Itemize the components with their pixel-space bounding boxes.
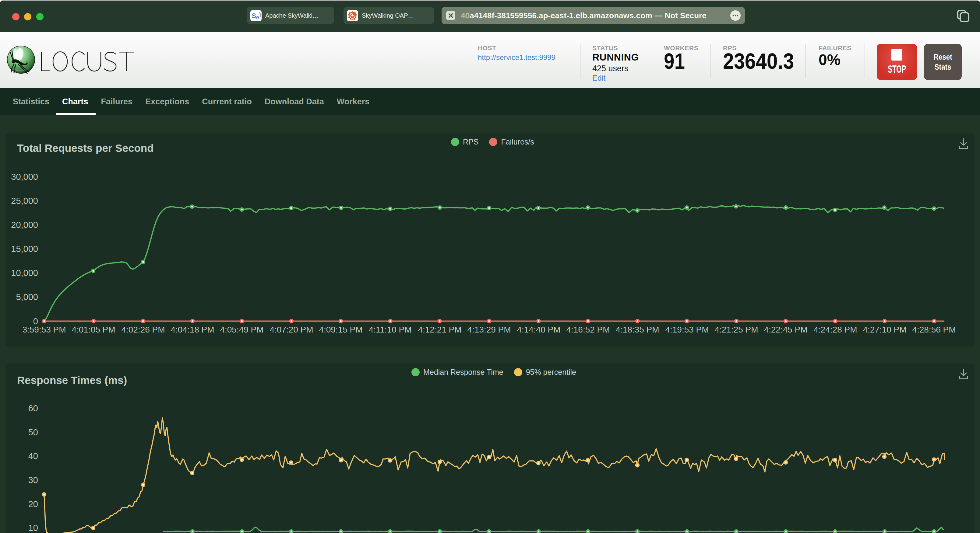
- svg-text:w: w: [255, 14, 259, 20]
